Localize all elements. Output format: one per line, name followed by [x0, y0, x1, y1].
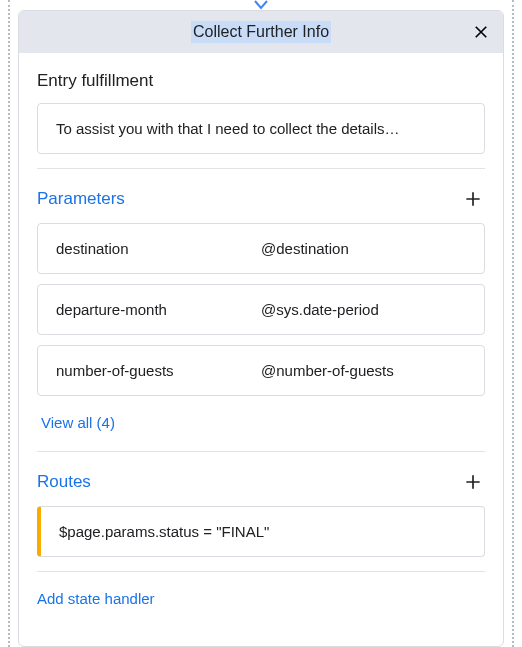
parameter-row[interactable]: departure-month @sys.date-period	[37, 284, 485, 335]
canvas-right-border	[512, 0, 514, 647]
add-parameter-button[interactable]	[461, 187, 485, 211]
entry-fulfillment-section: Entry fulfillment To assist you with tha…	[37, 53, 485, 168]
plus-icon	[463, 472, 483, 492]
panel-title[interactable]: Collect Further Info	[191, 21, 331, 43]
canvas-left-border	[8, 0, 10, 647]
entry-fulfillment-heading: Entry fulfillment	[37, 71, 153, 91]
parameter-row[interactable]: destination @destination	[37, 223, 485, 274]
parameter-entity: @sys.date-period	[261, 301, 466, 318]
add-state-handler-link[interactable]: Add state handler	[37, 590, 485, 607]
close-icon	[472, 23, 490, 41]
parameter-row[interactable]: number-of-guests @number-of-guests	[37, 345, 485, 396]
parameters-heading[interactable]: Parameters	[37, 189, 125, 209]
page-config-panel: Collect Further Info Entry fulfillment T…	[18, 10, 504, 647]
parameter-name: destination	[56, 240, 261, 257]
panel-body: Entry fulfillment To assist you with tha…	[19, 53, 503, 621]
parameter-name: departure-month	[56, 301, 261, 318]
footer-section: Add state handler	[37, 571, 485, 621]
close-button[interactable]	[469, 20, 493, 44]
routes-heading[interactable]: Routes	[37, 472, 91, 492]
parameter-entity: @destination	[261, 240, 466, 257]
parameters-list: destination @destination departure-month…	[37, 223, 485, 396]
entry-fulfillment-message[interactable]: To assist you with that I need to collec…	[37, 103, 485, 154]
parameter-entity: @number-of-guests	[261, 362, 466, 379]
parameter-name: number-of-guests	[56, 362, 261, 379]
panel-header: Collect Further Info	[19, 11, 503, 53]
routes-section: Routes $page.params.status = "FINAL"	[37, 451, 485, 571]
plus-icon	[463, 189, 483, 209]
route-row[interactable]: $page.params.status = "FINAL"	[37, 506, 485, 557]
view-all-parameters-link[interactable]: View all (4)	[37, 406, 119, 437]
add-route-button[interactable]	[461, 470, 485, 494]
parameters-section: Parameters destination @destination depa…	[37, 168, 485, 451]
